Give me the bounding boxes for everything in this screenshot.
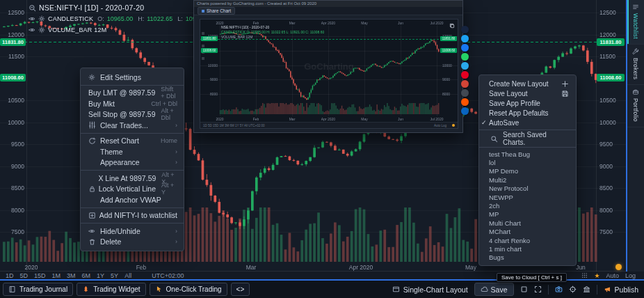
saved-chart-new-protocol[interactable]: New Protocol xyxy=(479,185,576,193)
trash-icon xyxy=(88,238,100,246)
menu-item-lock-vertical-line[interactable]: Lock Vertical LineAlt + Y xyxy=(81,184,184,195)
pinterest-share-icon[interactable] xyxy=(461,71,469,79)
email-share-icon[interactable] xyxy=(461,89,469,97)
timeframe-all[interactable]: All xyxy=(124,272,131,279)
timeframe-15d[interactable]: 15D xyxy=(34,272,46,279)
popup-price-tick: 8000 xyxy=(203,92,218,96)
saved-chart-mchart[interactable]: MChart xyxy=(479,228,576,236)
button-label: Trading Journal xyxy=(19,285,67,293)
target-button[interactable] xyxy=(569,285,577,293)
button-single-chart-layout[interactable]: Single-Chart Layout xyxy=(392,285,468,294)
share-share-icon[interactable] xyxy=(461,26,469,33)
whatsapp-share-icon[interactable] xyxy=(461,53,469,61)
menu-item-label: AutoSave xyxy=(489,119,519,127)
price-tag: 11008.60 xyxy=(597,74,625,81)
saved-chart-2ch[interactable]: 2ch xyxy=(479,201,576,210)
button-trading-journal[interactable]: Trading Journal xyxy=(3,283,73,296)
menu-item-reset-chart[interactable]: Reset ChartHome xyxy=(81,136,184,147)
saved-chart-test-thea-bug[interactable]: test Thea Bug xyxy=(479,150,576,158)
button-save[interactable]: Save xyxy=(474,283,514,296)
saved-chart-lol[interactable]: lol xyxy=(479,158,576,166)
price-tick: 9500 xyxy=(599,141,613,148)
popup-tab-label: Share Chart xyxy=(207,8,231,14)
menu-item-create-new-layout[interactable]: Create New Layout xyxy=(479,79,576,88)
menu-item-theme[interactable]: Theme› xyxy=(81,146,184,157)
saved-chart-bugs[interactable]: Bugs xyxy=(479,253,576,262)
button-item[interactable]: <> xyxy=(231,283,250,296)
submenu-arrow-icon: › xyxy=(170,148,177,155)
menu-item-save-app-profile[interactable]: Save App Profile xyxy=(479,98,576,108)
button-publish[interactable]: Publish xyxy=(604,285,638,294)
saved-chart-multi-chart[interactable]: Multi Chart xyxy=(479,219,576,227)
button-one-click-trading[interactable]: One-Click Trading xyxy=(150,283,227,296)
volume-label: VOLUME_BAR 12M xyxy=(48,26,106,33)
popup-time-label: Jul 2020 xyxy=(430,21,444,25)
menu-item-reset-app-defaults[interactable]: Reset App Defaults xyxy=(479,108,576,118)
facebook-share-icon[interactable] xyxy=(461,44,469,52)
saved-chart-mp[interactable]: MP xyxy=(479,210,576,219)
square-button[interactable] xyxy=(520,285,528,293)
eye-icon[interactable] xyxy=(29,15,35,22)
menu-item-clear-trades[interactable]: Clear Trades...› xyxy=(81,120,184,131)
menu-item-save-layout[interactable]: Save Layout xyxy=(479,88,576,98)
menu-item-add-nifty-i-to-watchlist[interactable]: Add NIFTY-I to watchlist xyxy=(81,210,184,221)
menu-item-label: X Line At 9897.59 xyxy=(98,174,156,182)
rocket-icon xyxy=(82,285,90,293)
price-tick: 12000 xyxy=(1,32,24,38)
menu-item-sell-stop-9897-59[interactable]: Sell Stop @ 9897.59Alt + Dbl xyxy=(81,109,184,120)
zoom-out-icon[interactable] xyxy=(29,4,36,12)
popup-tab-share-chart[interactable]: Share Chart xyxy=(198,7,235,15)
saved-chart-mp-demo[interactable]: MP Demo xyxy=(479,167,576,175)
linkedin-share-icon[interactable] xyxy=(461,107,469,115)
bank-button[interactable] xyxy=(583,285,590,293)
menu-item-appearance[interactable]: Appearance› xyxy=(81,157,184,168)
price-tick: 8000 xyxy=(1,207,24,214)
eye-icon[interactable] xyxy=(29,26,35,33)
saved-chart-1-min-chart[interactable]: 1 min chart xyxy=(479,244,576,253)
chart-area[interactable]: 1250012500120001200011500115001050010500… xyxy=(0,0,626,272)
menu-separator xyxy=(479,130,576,130)
timeframe-5y[interactable]: 5Y xyxy=(111,272,118,279)
notification-dot[interactable] xyxy=(615,264,622,270)
timeframe-1m[interactable]: 1M xyxy=(52,272,61,279)
high-label: H: xyxy=(138,15,144,22)
timeframe-1y[interactable]: 1Y xyxy=(97,272,104,279)
reddit-share-icon[interactable] xyxy=(461,98,469,106)
expand-button[interactable] xyxy=(534,285,542,293)
auto-label[interactable]: Auto xyxy=(606,272,619,279)
button-trading-widget[interactable]: Trading Widget xyxy=(77,283,145,296)
saved-chart-4-chart-renko[interactable]: 4 chart Renko xyxy=(479,236,576,244)
star-icon[interactable]: ★ xyxy=(594,272,599,279)
grid-icon[interactable] xyxy=(581,272,588,279)
saved-chart-newpp[interactable]: NEWPP xyxy=(479,193,576,201)
bottombar-right: Single-Chart LayoutSavePublish xyxy=(392,283,641,296)
menu-shortcut: Alt + Y xyxy=(156,182,177,196)
search-saved-charts[interactable]: Search Saved Charts. xyxy=(479,132,576,145)
timeframe-5d[interactable]: 5D xyxy=(20,272,29,279)
menu-shortcut: Shift + Dbl xyxy=(155,86,177,100)
gmail-share-icon[interactable] xyxy=(461,80,469,88)
menu-item-buy-lmt-9897-59[interactable]: Buy LMT @ 9897.59Shift + Dbl xyxy=(81,88,184,99)
menu-item-hide-unhide[interactable]: Hide/Unhide› xyxy=(81,226,184,237)
twitter-share-icon[interactable] xyxy=(461,35,469,42)
sidebar-tab-brokers[interactable]: Brokers xyxy=(627,45,644,85)
timeframe-3m[interactable]: 3M xyxy=(67,272,76,279)
timeframe-6m[interactable]: 6M xyxy=(82,272,91,279)
menu-item-autosave[interactable]: ✓AutoSave xyxy=(479,118,576,127)
log-label[interactable]: Log xyxy=(625,272,636,279)
menu-item-add-anchor-vwap[interactable]: Add Anchor VWAP xyxy=(81,194,184,205)
camera-button[interactable] xyxy=(555,285,563,293)
sidebar-tab-label: Watchlist xyxy=(632,13,639,39)
gear-icon[interactable] xyxy=(38,15,45,22)
time-label: Feb xyxy=(136,264,147,271)
sidebar-tab-portfolio[interactable]: Portfolio xyxy=(627,85,644,127)
menu-item-delete[interactable]: Delete› xyxy=(81,237,184,248)
copy-icon[interactable] xyxy=(449,23,455,29)
sidebar-tab-watchlist[interactable]: Watchlist xyxy=(627,0,644,45)
saved-chart-multi2[interactable]: Multi2 xyxy=(479,175,576,184)
menu-shortcut: Home xyxy=(155,137,177,144)
menu-item-edit-settings[interactable]: Edit Settings xyxy=(81,72,184,83)
gear-icon[interactable] xyxy=(38,26,45,33)
timeframe-1d[interactable]: 1D xyxy=(6,272,14,279)
telegram-share-icon[interactable] xyxy=(461,62,469,70)
